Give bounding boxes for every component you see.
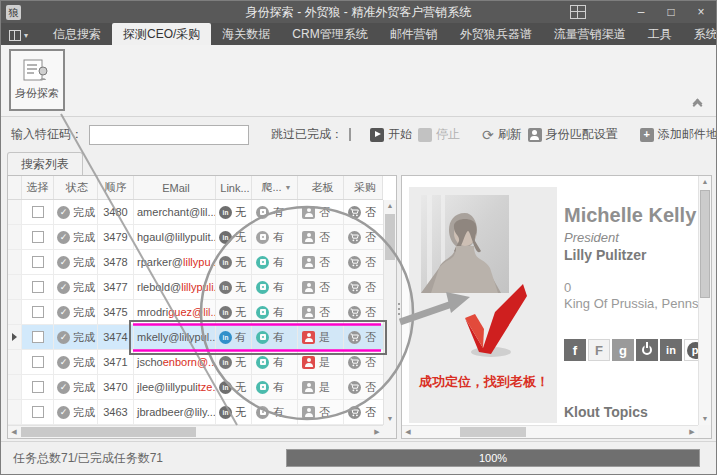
close-button[interactable]: ×: [686, 1, 716, 23]
row-checkbox[interactable]: [32, 306, 44, 318]
column-header[interactable]: 顺序: [98, 176, 134, 199]
status-check-icon: ✓: [57, 331, 70, 344]
menu-tab[interactable]: 外贸狼兵器谱: [449, 23, 543, 45]
table-row[interactable]: ✓完成 3480 amerchant@lil... in无 有 否 否: [8, 200, 383, 225]
row-checkbox[interactable]: [32, 231, 44, 243]
task-summary-text: 任务总数71/已完成任务数71: [13, 450, 163, 467]
filter-caret-icon[interactable]: ▼: [285, 184, 292, 191]
column-header[interactable]: Link...: [216, 176, 252, 199]
table-row[interactable]: ✓完成 3471 jschoenborn@... in无 有 是 否: [8, 350, 383, 375]
profile-panel: 成功定位，找到老板！ Michelle Kelly President Lill…: [401, 175, 712, 439]
menu-tab[interactable]: 邮件营销: [379, 23, 449, 45]
refresh-button[interactable]: ⟳ 刷新: [479, 124, 525, 145]
row-checkbox[interactable]: [32, 206, 44, 218]
tab-search-list[interactable]: 搜索列表: [7, 152, 83, 176]
purchase-value: 否: [365, 405, 376, 420]
foursquare-icon[interactable]: F: [588, 339, 610, 361]
row-checkbox[interactable]: [32, 281, 44, 293]
start-button[interactable]: 开始: [367, 124, 415, 145]
google-icon[interactable]: g: [612, 339, 634, 361]
facebook-icon[interactable]: f: [564, 339, 586, 361]
collapse-ribbon-icon[interactable]: [690, 100, 704, 110]
skin-icon[interactable]: [570, 5, 586, 19]
crawler-icon: [256, 356, 269, 369]
boss-icon: [302, 406, 315, 419]
status-check-icon: ✓: [57, 406, 70, 419]
table-horizontal-scrollbar[interactable]: ◀ ▶: [8, 425, 383, 438]
menu-tab[interactable]: CRM管理系统: [281, 23, 378, 45]
status-check-icon: ✓: [57, 381, 70, 394]
crawler-value: 有: [273, 330, 284, 345]
table-row[interactable]: ✓完成 3474 mkelly@lillypul... in有 有 是 否: [8, 325, 383, 350]
scroll-left-icon[interactable]: ◀: [402, 426, 414, 438]
row-checkbox[interactable]: [32, 356, 44, 368]
column-header[interactable]: 老板: [298, 176, 344, 199]
column-header[interactable]: [8, 176, 22, 199]
identity-match-settings-button[interactable]: 身份匹配设置: [525, 124, 621, 145]
column-header[interactable]: 状态: [54, 176, 98, 199]
boss-icon: [302, 331, 315, 344]
table-row[interactable]: ✓完成 3470 jlee@lillypulitze... in无 有 是 否: [8, 375, 383, 400]
identity-explore-button[interactable]: 身份探索: [9, 49, 65, 111]
email-cell: mkelly@lillypul...: [134, 325, 216, 349]
status-text: 完成: [73, 380, 95, 395]
menu-tab[interactable]: 工具: [637, 23, 683, 45]
results-table: 选择状态顺序EMailLink...爬...▼老板采购 ✓完成 3480 ame…: [7, 175, 397, 439]
minimize-button[interactable]: –: [626, 1, 656, 23]
scroll-down-icon[interactable]: ▼: [384, 413, 396, 425]
linkedin-icon[interactable]: in: [660, 339, 682, 361]
order-number: 3479: [98, 225, 134, 249]
table-vertical-scrollbar[interactable]: ▲ ▼: [383, 200, 396, 425]
column-header[interactable]: EMail: [134, 176, 216, 199]
profile-vertical-scrollbar[interactable]: ▲ ▼: [698, 176, 711, 425]
skip-completed-checkbox[interactable]: [349, 128, 351, 141]
purchase-icon: [348, 281, 361, 294]
menu-tab[interactable]: 流量营销渠道: [543, 23, 637, 45]
linkedin-value: 无: [235, 230, 246, 245]
menu-tab[interactable]: 系统: [683, 23, 717, 45]
row-checkbox[interactable]: [32, 256, 44, 268]
purchase-icon: [348, 256, 361, 269]
linkedin-value: 无: [235, 305, 246, 320]
add-email-button[interactable]: + 添加邮件地址: [637, 124, 717, 145]
column-header[interactable]: 爬...▼: [252, 176, 298, 199]
scrollbar-thumb[interactable]: [700, 190, 710, 298]
scroll-right-icon[interactable]: ▶: [371, 426, 383, 438]
scroll-right-icon[interactable]: ▶: [686, 426, 698, 438]
order-number: 3477: [98, 275, 134, 299]
table-row[interactable]: ✓完成 3463 jbradbeer@lily... in无 有 否 否: [8, 400, 383, 425]
column-header[interactable]: 采购: [344, 176, 383, 199]
menu-tabs: 信息搜索探测CEO/采购海关数据CRM管理系统邮件营销外贸狼兵器谱流量营销渠道工…: [42, 23, 717, 45]
klout-icon[interactable]: [636, 339, 658, 361]
table-row[interactable]: ✓完成 3477 rlebold@lillypuli... in无 有 否 否: [8, 275, 383, 300]
stop-button[interactable]: 停止: [415, 124, 463, 145]
profile-horizontal-scrollbar[interactable]: ◀ ▶: [402, 425, 698, 438]
menu-tab[interactable]: 海关数据: [211, 23, 281, 45]
scroll-up-icon[interactable]: ▲: [699, 176, 711, 188]
layout-menu-button[interactable]: ▾: [9, 30, 28, 41]
column-header[interactable]: 选择: [22, 176, 54, 199]
menu-tab[interactable]: 信息搜索: [42, 23, 112, 45]
scrollbar-thumb[interactable]: [21, 427, 196, 437]
table-row[interactable]: ✓完成 3475 mrodriguez@lil... in无 有 否 否: [8, 300, 383, 325]
scroll-left-icon[interactable]: ◀: [8, 426, 20, 438]
profile-score: 0: [564, 280, 571, 295]
table-row[interactable]: ✓完成 3478 rparker@lillypu... in无 有 否 否: [8, 250, 383, 275]
row-checkbox[interactable]: [32, 381, 44, 393]
feature-code-input[interactable]: [89, 125, 249, 145]
scrollbar-thumb[interactable]: [460, 427, 526, 437]
scroll-down-icon[interactable]: ▼: [699, 413, 711, 425]
row-checkbox[interactable]: [32, 331, 44, 343]
row-checkbox[interactable]: [32, 406, 44, 418]
table-row[interactable]: ✓完成 3479 hgaul@lillypulit... in无 有 否 否: [8, 225, 383, 250]
status-text: 完成: [73, 405, 95, 420]
scroll-up-icon[interactable]: ▲: [384, 200, 396, 212]
pinterest-icon[interactable]: p: [684, 339, 698, 361]
profile-photo: [421, 195, 509, 293]
order-number: 3474: [98, 325, 134, 349]
scrollbar-thumb[interactable]: [385, 214, 395, 260]
menu-tab[interactable]: 探测CEO/采购: [112, 23, 211, 45]
purchase-value: 否: [365, 255, 376, 270]
crawler-icon: [256, 306, 269, 319]
maximize-button[interactable]: □: [656, 1, 686, 23]
